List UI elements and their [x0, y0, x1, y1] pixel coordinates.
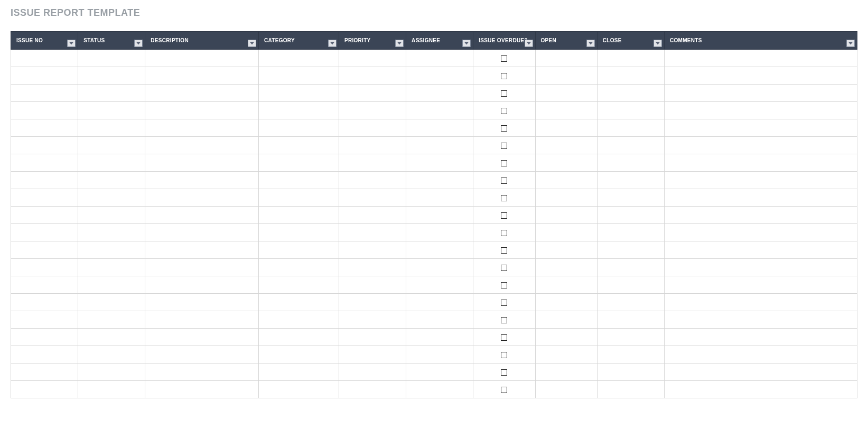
cell-comments[interactable] — [664, 67, 857, 85]
filter-dropdown-icon[interactable] — [328, 40, 337, 47]
cell-open[interactable] — [535, 241, 597, 259]
cell-priority[interactable] — [339, 85, 406, 102]
cell-category[interactable] — [259, 294, 339, 311]
filter-dropdown-icon[interactable] — [67, 40, 76, 47]
cell-category[interactable] — [259, 137, 339, 154]
cell-comments[interactable] — [664, 329, 857, 346]
cell-category[interactable] — [259, 102, 339, 119]
cell-issue_no[interactable] — [11, 329, 78, 346]
overdue-checkbox[interactable] — [501, 212, 507, 219]
cell-status[interactable] — [78, 259, 145, 276]
cell-comments[interactable] — [664, 259, 857, 276]
cell-priority[interactable] — [339, 311, 406, 329]
cell-open[interactable] — [535, 381, 597, 398]
cell-status[interactable] — [78, 85, 145, 102]
cell-priority[interactable] — [339, 67, 406, 85]
cell-open[interactable] — [535, 50, 597, 67]
cell-category[interactable] — [259, 329, 339, 346]
overdue-checkbox[interactable] — [501, 160, 507, 166]
overdue-checkbox[interactable] — [501, 230, 507, 236]
cell-open[interactable] — [535, 294, 597, 311]
cell-assignee[interactable] — [406, 329, 473, 346]
cell-open[interactable] — [535, 102, 597, 119]
cell-issue_no[interactable] — [11, 311, 78, 329]
cell-category[interactable] — [259, 67, 339, 85]
cell-priority[interactable] — [339, 154, 406, 172]
cell-priority[interactable] — [339, 276, 406, 294]
cell-close[interactable] — [597, 67, 664, 85]
cell-open[interactable] — [535, 276, 597, 294]
cell-assignee[interactable] — [406, 363, 473, 381]
cell-assignee[interactable] — [406, 381, 473, 398]
cell-priority[interactable] — [339, 363, 406, 381]
cell-category[interactable] — [259, 50, 339, 67]
cell-description[interactable] — [145, 329, 259, 346]
cell-description[interactable] — [145, 346, 259, 363]
cell-assignee[interactable] — [406, 85, 473, 102]
cell-comments[interactable] — [664, 85, 857, 102]
cell-category[interactable] — [259, 85, 339, 102]
cell-assignee[interactable] — [406, 102, 473, 119]
cell-status[interactable] — [78, 137, 145, 154]
cell-description[interactable] — [145, 50, 259, 67]
cell-issue_no[interactable] — [11, 50, 78, 67]
cell-issue_no[interactable] — [11, 381, 78, 398]
cell-category[interactable] — [259, 189, 339, 207]
cell-close[interactable] — [597, 294, 664, 311]
cell-close[interactable] — [597, 154, 664, 172]
cell-status[interactable] — [78, 154, 145, 172]
cell-assignee[interactable] — [406, 189, 473, 207]
cell-open[interactable] — [535, 363, 597, 381]
cell-open[interactable] — [535, 172, 597, 189]
cell-close[interactable] — [597, 381, 664, 398]
cell-close[interactable] — [597, 137, 664, 154]
cell-category[interactable] — [259, 311, 339, 329]
cell-close[interactable] — [597, 329, 664, 346]
overdue-checkbox[interactable] — [501, 73, 507, 79]
cell-assignee[interactable] — [406, 172, 473, 189]
cell-category[interactable] — [259, 154, 339, 172]
cell-priority[interactable] — [339, 102, 406, 119]
cell-description[interactable] — [145, 276, 259, 294]
cell-description[interactable] — [145, 172, 259, 189]
cell-comments[interactable] — [664, 154, 857, 172]
cell-close[interactable] — [597, 50, 664, 67]
cell-priority[interactable] — [339, 119, 406, 137]
cell-open[interactable] — [535, 67, 597, 85]
cell-category[interactable] — [259, 259, 339, 276]
cell-description[interactable] — [145, 85, 259, 102]
overdue-checkbox[interactable] — [501, 334, 507, 341]
cell-open[interactable] — [535, 154, 597, 172]
cell-category[interactable] — [259, 172, 339, 189]
cell-priority[interactable] — [339, 346, 406, 363]
cell-open[interactable] — [535, 346, 597, 363]
overdue-checkbox[interactable] — [501, 195, 507, 201]
filter-dropdown-icon[interactable] — [586, 40, 595, 47]
cell-description[interactable] — [145, 102, 259, 119]
cell-open[interactable] — [535, 189, 597, 207]
cell-assignee[interactable] — [406, 119, 473, 137]
cell-category[interactable] — [259, 276, 339, 294]
cell-assignee[interactable] — [406, 224, 473, 241]
filter-dropdown-icon[interactable] — [525, 40, 533, 47]
cell-description[interactable] — [145, 207, 259, 224]
cell-priority[interactable] — [339, 172, 406, 189]
overdue-checkbox[interactable] — [501, 125, 507, 132]
cell-open[interactable] — [535, 224, 597, 241]
cell-issue_no[interactable] — [11, 189, 78, 207]
cell-comments[interactable] — [664, 363, 857, 381]
cell-comments[interactable] — [664, 207, 857, 224]
cell-open[interactable] — [535, 207, 597, 224]
cell-issue_no[interactable] — [11, 294, 78, 311]
cell-comments[interactable] — [664, 119, 857, 137]
overdue-checkbox[interactable] — [501, 317, 507, 323]
cell-description[interactable] — [145, 241, 259, 259]
overdue-checkbox[interactable] — [501, 178, 507, 184]
cell-open[interactable] — [535, 311, 597, 329]
cell-assignee[interactable] — [406, 259, 473, 276]
cell-issue_no[interactable] — [11, 241, 78, 259]
cell-status[interactable] — [78, 50, 145, 67]
cell-description[interactable] — [145, 137, 259, 154]
cell-description[interactable] — [145, 154, 259, 172]
cell-comments[interactable] — [664, 241, 857, 259]
